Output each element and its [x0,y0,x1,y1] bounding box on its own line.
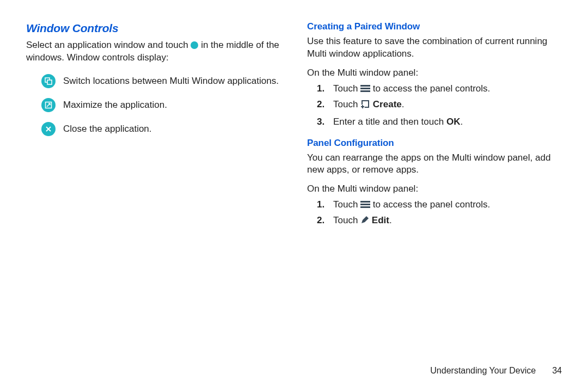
step-text: Touch [333,83,360,94]
create-icon [360,100,370,113]
creating-step-2: Touch Create. [307,99,562,113]
step-text: . [389,215,392,225]
step-text: Touch [333,199,360,210]
step-text: to access the panel controls. [370,83,490,94]
circle-icon [191,41,198,49]
step-text: . [402,99,405,109]
heading-creating-paired: Creating a Paired Window [307,21,562,33]
creating-prelist: On the Multi window panel: [307,67,562,79]
svg-rect-1 [47,80,52,84]
step-text: to access the panel controls. [370,199,490,210]
panelcfg-step-2: Touch Edit. [307,215,562,228]
intro-before: Select an application window and touch [26,40,191,50]
creating-desc: Use this feature to save the combination… [307,35,562,60]
step-bold: OK [446,117,461,127]
control-maximize-text: Maximize the application. [63,98,287,112]
step-text: . [460,117,463,127]
heading-panel-config: Panel Configuration [307,137,562,150]
control-maximize: Maximize the application. [26,98,287,112]
step-text: Touch [333,99,360,109]
control-close-text: Close the application. [63,122,287,136]
footer-page-number: 34 [552,365,562,377]
intro-text: Select an application window and touch i… [26,39,287,64]
page-footer: Understanding Your Device 34 [430,365,562,377]
step-text: Enter a title and then touch [333,117,446,127]
panelcfg-step-1: Touch to access the panel controls. [307,199,562,211]
control-switch-text: Switch locations between Multi Window ap… [63,74,287,88]
heading-window-controls: Window Controls [26,21,287,36]
creating-step-3: Enter a title and then touch OK. [307,116,562,128]
maximize-icon [41,98,56,112]
step-text: Touch [333,215,360,225]
menu-icon [360,201,370,208]
step-bold: Edit [372,215,389,225]
menu-icon [360,85,370,92]
close-icon [41,122,56,136]
panelcfg-prelist: On the Multi window panel: [307,183,562,195]
pencil-icon [360,216,369,228]
footer-chapter: Understanding Your Device [430,365,536,377]
panelcfg-desc: You can rearrange the apps on the Multi … [307,152,562,177]
creating-step-1: Touch to access the panel controls. [307,83,562,95]
creating-steps: Touch to access the panel controls. Touc… [307,83,562,128]
control-close: Close the application. [26,122,287,136]
control-switch: Switch locations between Multi Window ap… [26,74,287,88]
swap-icon [41,74,56,88]
panelcfg-steps: Touch to access the panel controls. Touc… [307,199,562,228]
step-bold: Create [373,99,402,109]
